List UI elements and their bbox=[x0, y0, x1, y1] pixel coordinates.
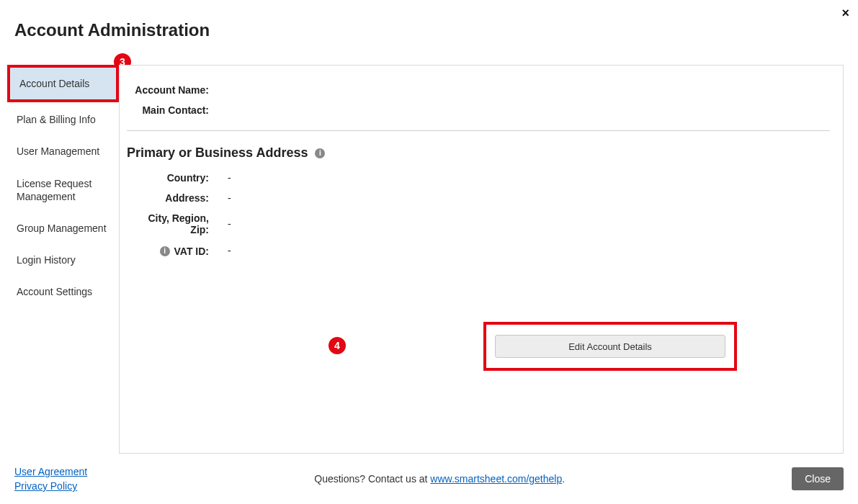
link-user-agreement[interactable]: User Agreement bbox=[14, 466, 87, 477]
sidebar-item-login-history[interactable]: Login History bbox=[7, 244, 119, 276]
sidebar-item-license-request[interactable]: License Request Management bbox=[7, 168, 119, 212]
link-gethelp[interactable]: www.smartsheet.com/gethelp bbox=[430, 473, 562, 485]
footer-questions-suffix: . bbox=[562, 473, 565, 485]
edit-account-details-button[interactable]: Edit Account Details bbox=[495, 335, 725, 358]
label-country: Country: bbox=[127, 172, 213, 184]
sidebar-item-account-settings[interactable]: Account Settings bbox=[7, 276, 119, 307]
label-city-region-zip: City, Region, Zip: bbox=[127, 212, 213, 235]
info-icon[interactable]: i bbox=[315, 148, 325, 158]
close-button[interactable]: Close bbox=[792, 467, 844, 490]
value-vat-id: - bbox=[213, 245, 231, 256]
close-icon[interactable]: × bbox=[841, 6, 849, 21]
label-vat-id: VAT ID: bbox=[174, 246, 209, 257]
label-main-contact: Main Contact: bbox=[127, 104, 213, 116]
sidebar: Account Details Plan & Billing Info User… bbox=[0, 65, 119, 454]
footer-questions-prefix: Questions? Contact us at bbox=[314, 473, 430, 485]
sidebar-item-plan-billing[interactable]: Plan & Billing Info bbox=[7, 104, 119, 135]
sidebar-item-account-details[interactable]: Account Details bbox=[10, 68, 116, 99]
label-address: Address: bbox=[127, 192, 213, 204]
label-account-name: Account Name: bbox=[127, 84, 213, 96]
section-title-address: Primary or Business Address bbox=[127, 145, 308, 161]
main-panel: Account Name: Main Contact: Primary or B… bbox=[119, 65, 844, 454]
value-city-region-zip: - bbox=[213, 218, 231, 230]
value-address: - bbox=[213, 192, 231, 204]
value-country: - bbox=[213, 172, 231, 184]
page-title: Account Administration bbox=[0, 0, 858, 40]
info-icon-vat[interactable]: i bbox=[160, 246, 170, 256]
callout-badge-4: 4 bbox=[329, 337, 346, 354]
sidebar-item-group-management[interactable]: Group Management bbox=[7, 212, 119, 244]
link-privacy-policy[interactable]: Privacy Policy bbox=[14, 480, 87, 492]
divider bbox=[127, 130, 830, 131]
sidebar-item-user-management[interactable]: User Management bbox=[7, 135, 119, 167]
